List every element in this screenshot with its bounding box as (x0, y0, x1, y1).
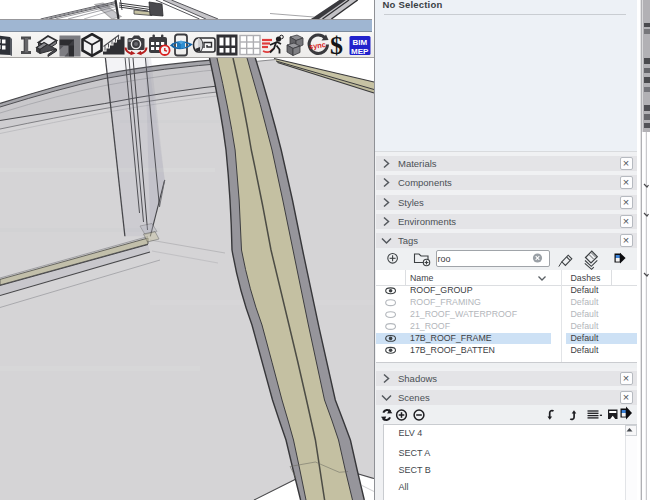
svg-text:BIM: BIM (353, 38, 368, 47)
svg-text:MEP: MEP (351, 47, 369, 56)
svg-text:$: $ (330, 33, 343, 57)
svg-text:sync: sync (308, 40, 326, 51)
